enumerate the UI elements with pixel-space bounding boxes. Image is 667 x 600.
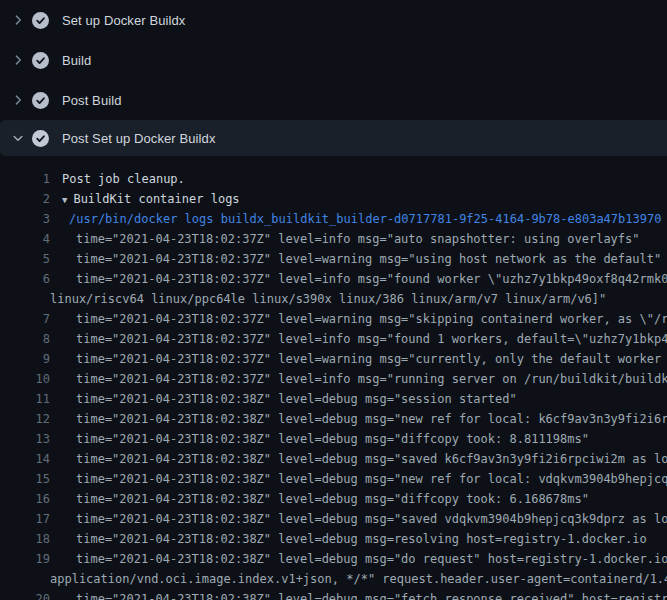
line-number[interactable]: 3 — [0, 209, 50, 229]
log-line-text: time="2021-04-23T18:02:38Z" level=debug … — [76, 389, 517, 409]
line-number[interactable]: 11 — [0, 389, 50, 409]
log-line-text: time="2021-04-23T18:02:38Z" level=debug … — [76, 489, 589, 509]
actions-log-panel: Set up Docker Buildx Build Post Build — [0, 0, 667, 600]
log-line: linux/riscv64 linux/ppc64le linux/s390x … — [0, 289, 667, 309]
step-title: Post Build — [62, 93, 122, 108]
log-line: 18time="2021-04-23T18:02:38Z" level=debu… — [0, 529, 667, 549]
check-circle-icon — [32, 130, 49, 147]
line-number[interactable]: 20 — [0, 589, 50, 600]
log-line-text: application/vnd.oci.image.index.v1+json,… — [50, 569, 667, 589]
log-line-text: time="2021-04-23T18:02:37Z" level=warnin… — [76, 309, 667, 329]
log-line: 10time="2021-04-23T18:02:37Z" level=info… — [0, 369, 667, 389]
log-line-text: time="2021-04-23T18:02:38Z" level=debug … — [76, 549, 667, 569]
step-header-build[interactable]: Build — [0, 40, 667, 80]
line-number[interactable]: 4 — [0, 229, 50, 249]
log-lines: 1Post job cleanup.2▼BuildKit container l… — [0, 169, 667, 600]
log-line-text: time="2021-04-23T18:02:38Z" level=debug … — [76, 589, 667, 600]
log-line-text: time="2021-04-23T18:02:37Z" level=info m… — [76, 369, 667, 389]
log-line: 2▼BuildKit container logs — [0, 189, 667, 209]
step-title: Post Set up Docker Buildx — [62, 131, 216, 146]
log-line: 9time="2021-04-23T18:02:37Z" level=warni… — [0, 349, 667, 369]
line-number[interactable]: 13 — [0, 429, 50, 449]
log-line-text: time="2021-04-23T18:02:37Z" level=info m… — [76, 329, 667, 349]
step-title: Set up Docker Buildx — [62, 13, 185, 28]
line-number[interactable]: 1 — [0, 169, 50, 189]
step-header-post-set-up-docker-buildx[interactable]: Post Set up Docker Buildx — [0, 120, 667, 156]
log-line: 11time="2021-04-23T18:02:38Z" level=debu… — [0, 389, 667, 409]
log-line: 1Post job cleanup. — [0, 169, 667, 189]
chevron-right-icon — [11, 93, 25, 107]
log-line-text: time="2021-04-23T18:02:37Z" level=info m… — [76, 269, 667, 289]
log-line: 14time="2021-04-23T18:02:38Z" level=debu… — [0, 449, 667, 469]
line-number — [0, 569, 50, 589]
line-number[interactable]: 6 — [0, 269, 50, 289]
log-line: 16time="2021-04-23T18:02:38Z" level=debu… — [0, 489, 667, 509]
line-number — [0, 289, 50, 309]
line-number[interactable]: 15 — [0, 469, 50, 489]
line-number[interactable]: 5 — [0, 249, 50, 269]
log-line: 17time="2021-04-23T18:02:38Z" level=debu… — [0, 509, 667, 529]
log-line: 15time="2021-04-23T18:02:38Z" level=debu… — [0, 469, 667, 489]
line-number[interactable]: 7 — [0, 309, 50, 329]
log-line-text: time="2021-04-23T18:02:38Z" level=debug … — [76, 509, 667, 529]
log-line: 6time="2021-04-23T18:02:37Z" level=info … — [0, 269, 667, 289]
line-number[interactable]: 12 — [0, 409, 50, 429]
log-line: 20time="2021-04-23T18:02:38Z" level=debu… — [0, 589, 667, 600]
log-line-text: time="2021-04-23T18:02:37Z" level=warnin… — [76, 249, 661, 269]
log-line-text: time="2021-04-23T18:02:37Z" level=warnin… — [76, 349, 667, 369]
log-line-text: time="2021-04-23T18:02:38Z" level=debug … — [76, 429, 589, 449]
chevron-down-icon — [11, 131, 25, 145]
line-number[interactable]: 2 — [0, 189, 50, 209]
line-number[interactable]: 18 — [0, 529, 50, 549]
log-line-text: Post job cleanup. — [62, 169, 185, 189]
log-line-text: time="2021-04-23T18:02:38Z" level=debug … — [76, 469, 667, 489]
step-title: Build — [62, 53, 91, 68]
log-line-text: linux/riscv64 linux/ppc64le linux/s390x … — [50, 289, 606, 309]
log-area: 1Post job cleanup.2▼BuildKit container l… — [0, 156, 667, 600]
log-line-text: time="2021-04-23T18:02:38Z" level=debug … — [76, 529, 647, 549]
line-number[interactable]: 19 — [0, 549, 50, 569]
line-number[interactable]: 17 — [0, 509, 50, 529]
line-number[interactable]: 16 — [0, 489, 50, 509]
steps-list: Set up Docker Buildx Build Post Build — [0, 0, 667, 156]
log-line: 3/usr/bin/docker logs buildx_buildkit_bu… — [0, 209, 667, 229]
log-line: application/vnd.oci.image.index.v1+json,… — [0, 569, 667, 589]
check-circle-icon — [32, 92, 49, 109]
log-line: 7time="2021-04-23T18:02:37Z" level=warni… — [0, 309, 667, 329]
line-number[interactable]: 8 — [0, 329, 50, 349]
check-circle-icon — [32, 52, 49, 69]
check-circle-icon — [32, 12, 49, 29]
log-line-text: time="2021-04-23T18:02:38Z" level=debug … — [76, 449, 667, 469]
log-line: 4time="2021-04-23T18:02:37Z" level=info … — [0, 229, 667, 249]
chevron-right-icon — [11, 53, 25, 67]
log-line: 19time="2021-04-23T18:02:38Z" level=debu… — [0, 549, 667, 569]
log-line-text: time="2021-04-23T18:02:38Z" level=debug … — [76, 409, 667, 429]
line-number[interactable]: 14 — [0, 449, 50, 469]
log-line: 12time="2021-04-23T18:02:38Z" level=debu… — [0, 409, 667, 429]
log-line: 5time="2021-04-23T18:02:37Z" level=warni… — [0, 249, 667, 269]
chevron-right-icon — [11, 13, 25, 27]
log-line: 8time="2021-04-23T18:02:37Z" level=info … — [0, 329, 667, 349]
log-line-text: /usr/bin/docker logs buildx_buildkit_bui… — [69, 209, 661, 229]
group-collapse-icon[interactable]: ▼ — [62, 190, 67, 210]
log-line-text: time="2021-04-23T18:02:37Z" level=info m… — [76, 229, 640, 249]
line-number[interactable]: 10 — [0, 369, 50, 389]
log-line: 13time="2021-04-23T18:02:38Z" level=debu… — [0, 429, 667, 449]
line-number[interactable]: 9 — [0, 349, 50, 369]
step-header-set-up-docker-buildx[interactable]: Set up Docker Buildx — [0, 0, 667, 40]
log-line-text: ▼BuildKit container logs — [62, 189, 240, 209]
step-header-post-build[interactable]: Post Build — [0, 80, 667, 120]
